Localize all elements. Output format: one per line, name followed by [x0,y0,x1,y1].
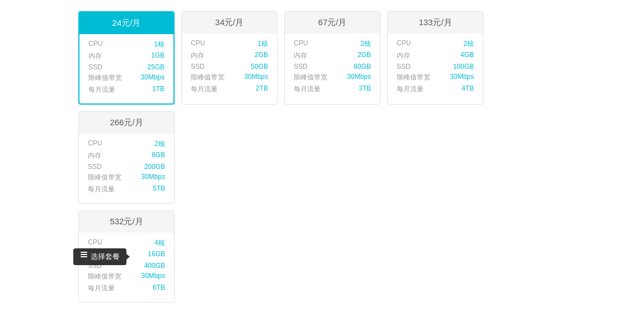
spec-row-每月流量: 每月流量3TB [294,84,371,94]
spec-row-内存: 内存8GB [88,151,165,161]
spec-row-限峰值带宽: 限峰值带宽30Mbps [294,73,371,82]
plans-grid-row1: 24元/月CPU1核内存1GBSSD25GB限峰值带宽30Mbps每月流量1TB… [78,11,566,204]
spec-row-SSD: SSD80GB [294,63,371,70]
spec-value: 30Mbps [141,173,165,182]
spec-value: 2核 [360,39,371,49]
spec-label: SSD [88,163,102,171]
spec-value: 2GB [255,51,268,60]
spec-label: 每月流量 [397,84,424,94]
plan-card-plan-24[interactable]: 24元/月CPU1核内存1GBSSD25GB限峰值带宽30Mbps每月流量1TB [78,11,175,105]
spec-row-CPU: CPU2核 [88,139,165,149]
spec-label: 每月流量 [88,284,115,293]
spec-value: 2TB [256,84,268,94]
spec-value: 1GB [151,51,164,61]
spec-row-每月流量: 每月流量1TB [88,85,164,95]
spec-value: 80GB [354,63,371,70]
spec-value: 4GB [460,51,474,60]
spec-value: 6TB [153,284,165,293]
spec-label: SSD [397,63,411,70]
spec-row-限峰值带宽: 限峰值带宽30Mbps [88,173,165,182]
plan-price-plan-24: 24元/月 [79,12,173,34]
spec-value: 25GB [147,63,164,71]
svg-rect-0 [81,252,87,253]
spec-label: CPU [88,40,102,49]
spec-value: 4TB [462,84,474,94]
plan-card-plan-133[interactable]: 133元/月CPU2核内存4GBSSD100GB限峰值带宽30Mbps每月流量4… [387,11,483,105]
spec-row-限峰值带宽: 限峰值带宽30Mbps [397,73,474,82]
plan-specs-plan-67: CPU2核内存2GBSSD80GB限峰值带宽30Mbps每月流量3TB [285,34,380,103]
plan-card-plan-532[interactable]: 532元/月CPU4核内存16GBSSD400GB限峰值带宽30Mbps每月流量… [78,210,175,303]
spec-label: CPU [294,39,308,49]
spec-value: 1核 [257,39,268,49]
spec-label: 内存 [88,51,102,61]
spec-value: 30Mbps [140,73,164,83]
spec-value: 30Mbps [347,73,371,82]
spec-row-CPU: CPU4核 [88,238,165,248]
spec-label: SSD [294,63,308,70]
spec-row-限峰值带宽: 限峰值带宽30Mbps [88,73,164,83]
spec-value: 50GB [251,63,268,70]
spec-row-SSD: SSD100GB [397,63,474,70]
spec-row-内存: 内存4GB [397,51,474,60]
plan-price-plan-133: 133元/月 [388,12,483,34]
spec-label: 限峰值带宽 [397,73,430,82]
plan-specs-plan-266: CPU2核内存8GBSSD200GB限峰值带宽30Mbps每月流量5TB [79,134,174,203]
spec-value: 1核 [154,40,164,49]
spec-label: 内存 [397,51,410,60]
spec-label: CPU [397,39,411,49]
spec-row-SSD: SSD200GB [88,163,165,171]
spec-value: 2核 [154,139,165,149]
spec-value: 200GB [144,163,165,171]
plan-card-plan-34[interactable]: 34元/月CPU1核内存2GBSSD50GB限峰值带宽30Mbps每月流量2TB [181,11,278,105]
spec-row-CPU: CPU1核 [191,39,268,49]
spec-row-每月流量: 每月流量4TB [397,84,474,94]
spec-value: 30Mbps [244,73,268,82]
plan-price-plan-532: 532元/月 [79,211,174,233]
spec-row-SSD: SSD25GB [88,63,164,71]
spec-row-SSD: SSD50GB [191,63,268,70]
spec-label: SSD [88,63,102,71]
plan-specs-plan-133: CPU2核内存4GBSSD100GB限峰值带宽30Mbps每月流量4TB [388,34,483,103]
spec-label: 内存 [88,151,101,161]
spec-value: 16GB [148,250,165,260]
spec-value: 5TB [153,185,165,194]
spec-value: 3TB [359,84,371,94]
plans-grid-row2: 532元/月CPU4核内存16GBSSD400GB限峰值带宽30Mbps每月流量… [78,210,566,303]
spec-label: 限峰值带宽 [88,73,122,83]
plan-price-plan-266: 266元/月 [79,112,174,134]
spec-value: 30Mbps [450,73,474,82]
spec-label: 每月流量 [88,185,115,194]
plan-specs-plan-532: CPU4核内存16GBSSD400GB限峰值带宽30Mbps每月流量6TB [79,233,174,302]
spec-label: 内存 [191,51,204,60]
spec-value: 30Mbps [141,272,165,281]
select-plan-tooltip[interactable]: 选择套餐 [73,248,126,265]
spec-label: CPU [88,238,102,248]
page-wrapper: 24元/月CPU1核内存1GBSSD25GB限峰值带宽30Mbps每月流量1TB… [0,0,644,311]
spec-label: SSD [191,63,205,70]
spec-row-内存: 内存1GB [88,51,164,61]
spec-row-CPU: CPU1核 [88,40,164,49]
spec-row-CPU: CPU2核 [397,39,474,49]
spec-value: 100GB [453,63,474,70]
spec-label: 限峰值带宽 [294,73,327,82]
plan-price-plan-67: 67元/月 [285,12,380,34]
plan-card-plan-67[interactable]: 67元/月CPU2核内存2GBSSD80GB限峰值带宽30Mbps每月流量3TB [284,11,380,105]
plan-specs-plan-34: CPU1核内存2GBSSD50GB限峰值带宽30Mbps每月流量2TB [182,34,277,103]
spec-label: 限峰值带宽 [191,73,224,82]
spec-row-限峰值带宽: 限峰值带宽30Mbps [88,272,165,281]
spec-label: 限峰值带宽 [88,272,121,281]
plan-card-plan-266[interactable]: 266元/月CPU2核内存8GBSSD200GB限峰值带宽30Mbps每月流量5… [78,111,175,204]
content-area: 24元/月CPU1核内存1GBSSD25GB限峰值带宽30Mbps每月流量1TB… [0,0,644,311]
spec-value: 400GB [144,262,165,270]
spec-row-每月流量: 每月流量5TB [88,185,165,194]
spec-label: 限峰值带宽 [88,173,121,182]
spec-value: 1TB [152,85,164,95]
spec-row-内存: 内存2GB [191,51,268,60]
spec-row-每月流量: 每月流量2TB [191,84,268,94]
spec-label: CPU [88,139,102,149]
plan-specs-plan-24: CPU1核内存1GBSSD25GB限峰值带宽30Mbps每月流量1TB [79,34,173,103]
spec-value: 4核 [154,238,165,248]
svg-rect-1 [81,254,87,255]
spec-label: 每月流量 [294,84,321,94]
spec-label: 每月流量 [191,84,218,94]
